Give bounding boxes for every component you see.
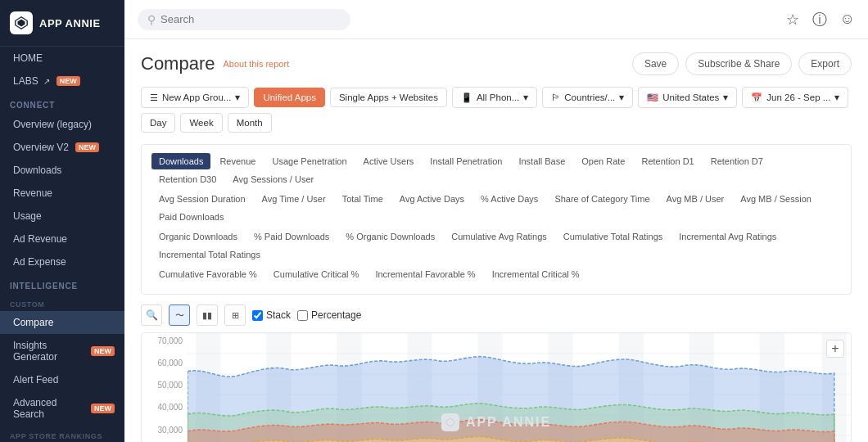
filter-month[interactable]: Month [228,113,272,133]
filter-group[interactable]: ☰ New App Grou... ▾ [141,87,249,108]
metric-install-base[interactable]: Install Base [511,153,572,169]
subsection-custom: CUSTOM [0,294,124,311]
metric-total-time[interactable]: Total Time [335,191,391,207]
sidebar-item-insights-generator[interactable]: Insights Generator NEW [0,334,124,368]
main-content: ⚲ ☆ ⓘ ☺ Compare About this report Save S… [124,0,868,442]
sidebar-item-ad-revenue[interactable]: Ad Revenue [0,228,124,250]
metric-cumulative-critical[interactable]: Cumulative Critical % [266,266,367,282]
stack-checkbox-label[interactable]: Stack [252,309,291,321]
metric-cumulative-avg-ratings[interactable]: Cumulative Avg Ratings [444,228,554,245]
subsection-app-store-rankings: APP STORE RANKINGS [0,426,124,442]
flag-icon: 🏳 [551,92,560,102]
sidebar-item-overview-v2[interactable]: Overview V2 NEW [0,136,124,159]
metric-retention-d7[interactable]: Retention D7 [703,153,771,169]
dropdown-arrow-2: ▾ [523,92,528,103]
star-icon[interactable]: ☆ [786,11,799,29]
sidebar-item-home[interactable]: HOME [0,47,124,70]
metric-organic-downloads[interactable]: Organic Downloads [151,228,245,245]
filter-country[interactable]: 🇺🇸 United States ▾ [638,87,737,108]
metric-cumulative-total-ratings[interactable]: Cumulative Total Ratings [556,228,670,245]
search-icon: ⚲ [147,13,156,26]
user-icon[interactable]: ☺ [840,11,855,28]
phone-icon: 📱 [461,92,472,103]
metric-retention-d1[interactable]: Retention D1 [634,153,701,169]
metric-avg-time[interactable]: Avg Time / User [255,191,333,207]
metric-incremental-avg-ratings[interactable]: Incremental Avg Ratings [671,228,784,245]
y-label-70k: 70,000 [143,336,183,345]
metric-pct-paid-downloads[interactable]: % Paid Downloads [246,228,337,245]
metric-incremental-favorable[interactable]: Incremental Favorable % [368,266,482,282]
zoom-icon: 🔍 [146,309,158,321]
sidebar-item-alert-feed[interactable]: Alert Feed [0,368,124,391]
subscribe-share-button[interactable]: Subscribe & Share [685,52,792,75]
page-title-area: Compare About this report [141,53,289,74]
chart-area: 70,000 60,000 50,000 40,000 30,000 20,00… [141,332,852,442]
metric-avg-mb-session[interactable]: Avg MB / Session [733,191,819,207]
filter-combined[interactable]: Single Apps + Websites [330,88,447,107]
save-button[interactable]: Save [632,52,679,75]
metric-incremental-total-ratings[interactable]: Incremental Total Ratings [151,246,268,263]
sidebar-item-downloads[interactable]: Downloads [0,159,124,182]
zoom-btn[interactable]: 🔍 [141,304,162,326]
y-label-50k: 50,000 [143,381,183,390]
metric-share-category[interactable]: Share of Category Time [547,191,657,207]
metric-retention-d30[interactable]: Retention D30 [151,171,224,187]
filter-countries[interactable]: 🏳 Countries/... ▾ [542,87,633,108]
metric-avg-active-days[interactable]: Avg Active Days [392,191,472,207]
filter-app-type[interactable]: Unified Apps [254,88,325,107]
dropdown-arrow-3: ▾ [619,92,624,103]
export-button[interactable]: Export [798,52,852,75]
sidebar-item-usage[interactable]: Usage [0,205,124,228]
sidebar-item-ad-expense[interactable]: Ad Expense [0,250,124,273]
line-chart-btn[interactable]: 〜 [169,304,190,326]
app-logo: APP ANNIE [0,0,124,47]
metric-pct-active-days[interactable]: % Active Days [473,191,545,207]
filter-week[interactable]: Week [180,113,222,133]
metric-active-users[interactable]: Active Users [356,153,422,169]
expand-btn[interactable]: ⊞ [224,304,246,326]
sidebar-item-overview-legacy[interactable]: Overview (legacy) [0,113,124,136]
sidebar-item-labs[interactable]: LABS ↗ NEW [0,70,124,92]
metrics-row-3: Organic Downloads % Paid Downloads % Org… [151,228,841,263]
sidebar-item-compare[interactable]: Compare [0,311,124,334]
metric-paid-downloads[interactable]: Paid Downloads [151,209,232,225]
filter-device[interactable]: 📱 All Phon... ▾ [452,87,537,108]
metric-revenue[interactable]: Revenue [212,153,263,169]
search-box[interactable]: ⚲ [138,9,350,30]
section-intelligence: INTELLIGENCE [0,273,124,294]
search-input[interactable] [160,13,341,25]
filter-day[interactable]: Day [141,113,175,133]
topbar-icons: ☆ ⓘ ☺ [786,10,855,29]
filter-date-range[interactable]: 📅 Jun 26 - Sep ... ▾ [742,87,848,108]
metric-avg-session-duration[interactable]: Avg Session Duration [151,191,253,207]
metric-usage-penetration[interactable]: Usage Penetration [264,153,354,169]
sidebar-item-revenue[interactable]: Revenue [0,182,124,205]
about-report-link[interactable]: About this report [223,59,289,69]
dropdown-arrow-5: ▾ [834,92,839,103]
svg-marker-1 [18,20,25,27]
sidebar-item-advanced-search[interactable]: Advanced Search NEW [0,391,124,426]
metric-incremental-critical[interactable]: Incremental Critical % [485,266,587,282]
line-icon: 〜 [175,309,184,322]
help-icon[interactable]: ⓘ [812,10,827,29]
filter-bar: ☰ New App Grou... ▾ Unified Apps Single … [141,87,852,133]
y-axis: 70,000 60,000 50,000 40,000 30,000 20,00… [142,333,188,442]
section-connect: CONNECT [0,92,124,113]
metric-avg-mb-user[interactable]: Avg MB / User [659,191,732,207]
metric-open-rate[interactable]: Open Rate [574,153,632,169]
bar-chart-btn[interactable]: ▮▮ [197,304,218,326]
metric-pct-organic-downloads[interactable]: % Organic Downloads [338,228,442,245]
y-label-60k: 60,000 [143,359,183,368]
page-header: Compare About this report Save Subscribe… [141,52,852,75]
group-icon: ☰ [150,92,158,103]
percentage-checkbox[interactable] [297,310,308,321]
metric-avg-sessions[interactable]: Avg Sessions / User [225,171,321,187]
metric-downloads[interactable]: Downloads [151,153,210,169]
stack-checkbox[interactable] [252,310,263,321]
percentage-checkbox-label[interactable]: Percentage [297,309,361,321]
metric-install-penetration[interactable]: Install Penetration [423,153,509,169]
metrics-row-1: Downloads Revenue Usage Penetration Acti… [151,153,841,187]
us-flag-icon: 🇺🇸 [647,92,658,103]
chart-expand-btn[interactable]: + [826,340,844,358]
metric-cumulative-favorable[interactable]: Cumulative Favorable % [151,266,264,282]
